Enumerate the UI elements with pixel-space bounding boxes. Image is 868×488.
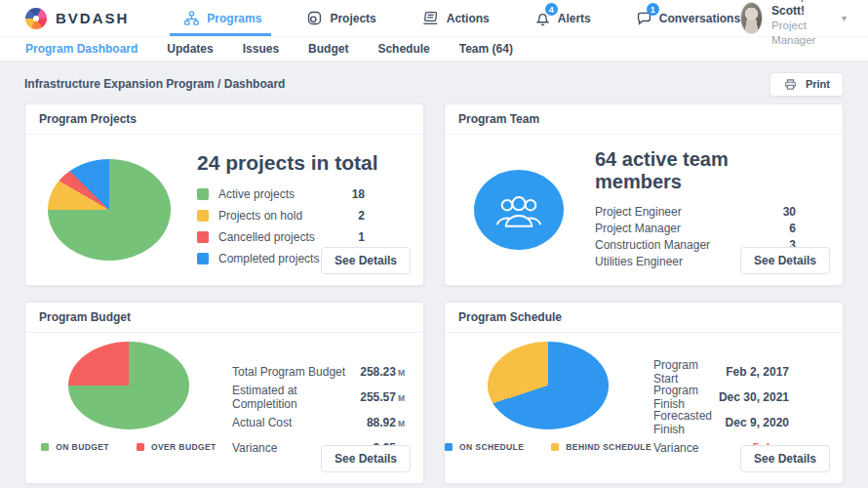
legend-label: Cancelled projects xyxy=(218,230,358,244)
unit-label: M xyxy=(398,419,405,428)
subnav-item-program-dashboard[interactable]: Program Dashboard xyxy=(25,42,138,56)
legend-swatch xyxy=(197,188,209,200)
subnav-item-schedule[interactable]: Schedule xyxy=(377,42,429,56)
legend-swatch xyxy=(551,443,559,451)
team-row: Project Manager 6 xyxy=(595,220,796,236)
legend-value: 2 xyxy=(358,209,365,223)
see-details-button[interactable]: See Details xyxy=(740,247,830,274)
stat-row: Actual Cost 88.92M xyxy=(232,410,405,435)
nav-item-programs[interactable]: Programs xyxy=(183,0,261,36)
card-program-projects: Program Projects 24 projects in total Ac… xyxy=(24,103,424,286)
printer-icon xyxy=(783,77,798,92)
card-program-budget: Program Budget ON BUDGET OVER BUDGET xyxy=(24,302,424,484)
stat-row: Total Program Budget 258.23M xyxy=(232,359,405,385)
legend-label: Projects on hold xyxy=(218,209,358,223)
stat-value: Dec 30, 2021 xyxy=(719,390,789,404)
actions-icon xyxy=(421,10,440,26)
breadcrumb: Infrastructure Expansion Program / Dashb… xyxy=(24,77,285,91)
stat-label: Actual Cost xyxy=(232,416,367,429)
stat-value: 258.23M xyxy=(360,365,405,379)
legend-item: Active projects 18 xyxy=(197,183,408,205)
stat-value: Feb 2, 2017 xyxy=(726,365,789,379)
team-icon-area xyxy=(445,135,593,285)
team-row: Project Engineer 30 xyxy=(595,203,796,220)
stat-value: 88.92M xyxy=(367,416,405,429)
card-title: Program Budget xyxy=(25,303,423,333)
brand[interactable]: BVDASH xyxy=(25,8,129,29)
legend-item: Cancelled projects 1 xyxy=(197,226,408,248)
nav-item-projects[interactable]: Projects xyxy=(306,0,375,36)
schedule-legend: ON SCHEDULE BEHIND SCHEDULE xyxy=(445,442,651,452)
stat-row: Forecasted Finish Dec 9, 2020 xyxy=(653,410,789,435)
stat-label: Estimated at Completition xyxy=(232,384,360,411)
subnav: Program Dashboard Updates Issues Budget … xyxy=(0,37,868,61)
nav-label: Projects xyxy=(330,12,375,25)
pie-area: ON BUDGET OVER BUDGET xyxy=(25,333,232,483)
subnav-item-budget[interactable]: Budget xyxy=(308,42,348,56)
legend-label: BEHIND SCHEDULE xyxy=(566,442,651,452)
stat-value: Dec 9, 2020 xyxy=(726,416,789,429)
cards-grid: Program Projects 24 projects in total Ac… xyxy=(24,103,844,484)
team-circle xyxy=(474,170,564,250)
user-avatar xyxy=(740,2,763,34)
legend-swatch xyxy=(197,253,209,264)
schedule-pie-chart xyxy=(488,342,609,429)
app-header: BVDASH Programs Projects xyxy=(0,0,868,37)
stat-value: 255.57M xyxy=(360,390,405,404)
user-menu[interactable]: Hello, Scott! Project Manager ▾ xyxy=(740,0,847,47)
nav-item-conversations[interactable]: 1 Conversations xyxy=(636,0,740,36)
pie-area xyxy=(25,135,193,285)
bell-icon: 4 xyxy=(534,10,551,26)
legend-swatch xyxy=(197,210,209,222)
legend-item: ON SCHEDULE xyxy=(445,442,524,452)
user-greeting: Hello, Scott! xyxy=(771,0,827,19)
nav-label: Conversations xyxy=(659,12,740,25)
team-headline: 64 active team members xyxy=(595,148,796,193)
see-details-button[interactable]: See Details xyxy=(321,247,411,274)
chat-bubble-icon: 1 xyxy=(636,10,652,26)
legend-value: 1 xyxy=(358,230,365,244)
nav-label: Actions xyxy=(447,12,490,25)
stat-row: Estimated at Completition 255.57M xyxy=(232,385,405,410)
see-details-button[interactable]: See Details xyxy=(740,445,830,472)
legend-label: ON SCHEDULE xyxy=(459,442,524,452)
subnav-item-team[interactable]: Team (64) xyxy=(459,42,513,56)
user-role: Project Manager xyxy=(771,19,827,47)
projects-headline: 24 projects in total xyxy=(197,151,408,175)
row-label: Project Engineer xyxy=(595,205,783,219)
pie-area: ON SCHEDULE BEHIND SCHEDULE xyxy=(445,333,651,483)
projects-pie-chart xyxy=(48,159,171,261)
nav-item-actions[interactable]: Actions xyxy=(421,0,490,36)
print-button[interactable]: Print xyxy=(769,72,844,97)
subnav-item-updates[interactable]: Updates xyxy=(167,42,213,56)
legend-swatch xyxy=(41,443,49,451)
legend-label: ON BUDGET xyxy=(56,442,109,452)
toolbar-row: Infrastructure Expansion Program / Dashb… xyxy=(24,73,844,95)
subnav-item-issues[interactable]: Issues xyxy=(243,42,279,56)
see-details-button[interactable]: See Details xyxy=(321,445,411,472)
row-value: 6 xyxy=(789,222,796,235)
card-title: Program Projects xyxy=(25,104,423,135)
legend-item: OVER BUDGET xyxy=(137,442,217,452)
nav-label: Alerts xyxy=(558,12,591,25)
team-people-icon xyxy=(495,192,542,227)
card-title: Program Schedule xyxy=(445,303,843,333)
card-program-schedule: Program Schedule ON SCHEDULE BEHIND SCHE… xyxy=(444,302,844,484)
budget-pie-chart xyxy=(68,342,189,429)
stat-label: Total Program Budget xyxy=(232,365,360,379)
stat-row: Program Start Feb 2, 2017 xyxy=(653,359,789,385)
stat-label: Program Finish xyxy=(653,384,719,411)
print-label: Print xyxy=(806,78,830,90)
projects-icon xyxy=(306,10,323,26)
row-value: 30 xyxy=(783,205,796,219)
legend-value: 18 xyxy=(352,187,365,201)
legend-item: Projects on hold 2 xyxy=(197,205,408,226)
bvdash-logo-icon xyxy=(25,8,47,29)
legend-swatch xyxy=(197,231,209,243)
nav-item-alerts[interactable]: 4 Alerts xyxy=(534,0,591,36)
stat-label: Forecasted Finish xyxy=(653,409,726,436)
legend-swatch xyxy=(445,443,453,451)
stat-row: Program Finish Dec 30, 2021 xyxy=(653,385,789,410)
row-label: Project Manager xyxy=(595,222,789,235)
main-nav: Programs Projects Actions xyxy=(183,0,740,36)
